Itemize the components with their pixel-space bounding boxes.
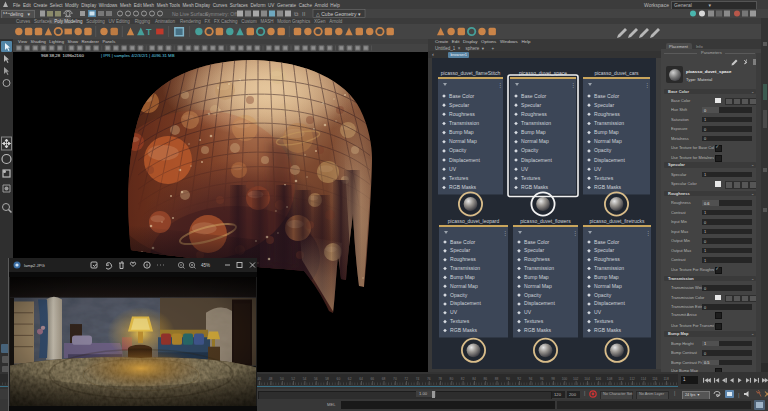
svg-text:56: 56 <box>314 377 318 381</box>
svg-text:Bump Map: Bump Map <box>524 273 549 279</box>
svg-text:Roughness: Roughness <box>521 110 547 116</box>
svg-text:Transmission: Transmission <box>594 119 624 125</box>
svg-text:Normal Map: Normal Map <box>450 282 478 288</box>
svg-text:Normal Map: Normal Map <box>524 282 552 288</box>
svg-text:UV: UV <box>524 309 532 315</box>
svg-text:104: 104 <box>584 377 590 381</box>
svg-text:Base Color: Base Color <box>521 92 547 98</box>
svg-text:Textures: Textures <box>450 318 470 324</box>
svg-text:54: 54 <box>303 377 307 381</box>
svg-text:No Live Surface: No Live Surface <box>172 11 208 17</box>
svg-text:Textures: Textures <box>524 318 544 324</box>
svg-text:116: 116 <box>652 377 657 381</box>
svg-text:Opacity: Opacity <box>450 291 468 297</box>
svg-text:Workspace: Workspace <box>644 2 669 8</box>
svg-text:picasso_duvet_firetrucks: picasso_duvet_firetrucks <box>589 218 645 224</box>
svg-text:File Edit Create Select Mo: File Edit Create Select Modify Display W… <box>13 3 340 8</box>
svg-text:Displacement: Displacement <box>449 156 480 162</box>
svg-text:Roughness: Roughness <box>450 256 476 262</box>
svg-text:RGB Masks: RGB Masks <box>594 327 622 333</box>
svg-text:84: 84 <box>472 377 476 381</box>
svg-text:Transmission: Transmission <box>524 265 554 271</box>
svg-text:Base Color: Base Color <box>594 92 620 98</box>
svg-text:Bump Map: Bump Map <box>521 129 546 135</box>
svg-text:94: 94 <box>529 377 533 381</box>
svg-text:Transmission: Transmission <box>521 119 551 125</box>
svg-text:Roughness: Roughness <box>594 110 620 116</box>
svg-text:Displacement: Displacement <box>450 300 481 306</box>
svg-text:RGB Masks: RGB Masks <box>521 184 549 190</box>
svg-text:Bump Map: Bump Map <box>449 129 474 135</box>
svg-text:90: 90 <box>506 377 510 381</box>
svg-text:Roughness: Roughness <box>449 110 475 116</box>
svg-text:72: 72 <box>404 377 408 381</box>
svg-text:Transmission: Transmission <box>449 119 479 125</box>
svg-text:86: 86 <box>483 377 487 381</box>
svg-text:114: 114 <box>641 377 646 381</box>
svg-text:118: 118 <box>663 377 668 381</box>
svg-text:Symmetry: Off: Symmetry: Off <box>205 11 237 17</box>
svg-text:Base Color: Base Color <box>450 238 476 244</box>
svg-text:Normal Map: Normal Map <box>449 138 477 144</box>
svg-text:Normal Map: Normal Map <box>594 138 622 144</box>
svg-text:Normal Map: Normal Map <box>521 138 549 144</box>
svg-text:Displacement: Displacement <box>521 156 552 162</box>
svg-text:lamp2.JPG: lamp2.JPG <box>24 263 45 268</box>
svg-text:88: 88 <box>495 377 499 381</box>
svg-text:Opacity: Opacity <box>594 147 612 153</box>
svg-text:Opacity: Opacity <box>594 291 612 297</box>
svg-text:58: 58 <box>325 377 329 381</box>
svg-text:Textures: Textures <box>594 318 614 324</box>
svg-text:II: II <box>302 11 306 17</box>
svg-text:RGB Masks: RGB Masks <box>524 327 552 333</box>
svg-text:|: | <box>738 392 740 398</box>
svg-text:picasso_duvet_leopard: picasso_duvet_leopard <box>448 218 500 224</box>
svg-text:80: 80 <box>450 377 454 381</box>
svg-text:UV: UV <box>594 165 602 171</box>
svg-text:Displacement: Displacement <box>524 300 555 306</box>
svg-text:92: 92 <box>517 377 521 381</box>
svg-text:Transmission: Transmission <box>450 265 480 271</box>
svg-text:Specular: Specular <box>594 101 614 107</box>
svg-text:78: 78 <box>438 377 442 381</box>
svg-text:66: 66 <box>370 377 374 381</box>
svg-text:110: 110 <box>618 377 623 381</box>
svg-text:⋮: ⋮ <box>645 230 651 236</box>
svg-text:⋮: ⋮ <box>644 82 650 88</box>
svg-text:96: 96 <box>540 377 544 381</box>
svg-text:64: 64 <box>359 377 363 381</box>
svg-text:Specular: Specular <box>524 247 544 253</box>
svg-text:Bump Map: Bump Map <box>594 273 619 279</box>
svg-text:Textures: Textures <box>449 174 469 180</box>
svg-text:Specular: Specular <box>449 101 469 107</box>
svg-text:picasso_duvet_flowers: picasso_duvet_flowers <box>520 218 571 224</box>
svg-text:82: 82 <box>461 377 465 381</box>
svg-text:⋮: ⋮ <box>502 230 508 236</box>
svg-text:68: 68 <box>382 377 386 381</box>
svg-text:76: 76 <box>427 377 431 381</box>
svg-text:70: 70 <box>393 377 397 381</box>
svg-text:picasso_duvet_cars: picasso_duvet_cars <box>594 69 639 75</box>
svg-text:100: 100 <box>562 377 568 381</box>
svg-text:⋮: ⋮ <box>570 82 576 88</box>
svg-text:46: 46 <box>257 377 261 381</box>
svg-text:Bump Map: Bump Map <box>594 129 619 135</box>
svg-text:Opacity: Opacity <box>524 291 542 297</box>
svg-text:106: 106 <box>596 377 602 381</box>
svg-text:50: 50 <box>280 377 284 381</box>
svg-text:UV: UV <box>450 309 458 315</box>
svg-text:Opacity: Opacity <box>449 147 467 153</box>
svg-text:60: 60 <box>337 377 341 381</box>
svg-text:108: 108 <box>607 377 613 381</box>
svg-text:T: T <box>146 27 152 37</box>
svg-text:Transmission: Transmission <box>594 265 624 271</box>
svg-text:Displacement: Displacement <box>594 156 625 162</box>
svg-text:picasso_duvet_flameStitch: picasso_duvet_flameStitch <box>441 69 501 75</box>
svg-text:⋮: ⋮ <box>497 82 503 88</box>
svg-text:74: 74 <box>416 377 420 381</box>
svg-text:98: 98 <box>551 377 555 381</box>
svg-text:Opacity: Opacity <box>521 147 539 153</box>
svg-text:RGB Masks: RGB Masks <box>594 184 622 190</box>
svg-text:112: 112 <box>630 377 635 381</box>
svg-text:UV: UV <box>594 309 602 315</box>
